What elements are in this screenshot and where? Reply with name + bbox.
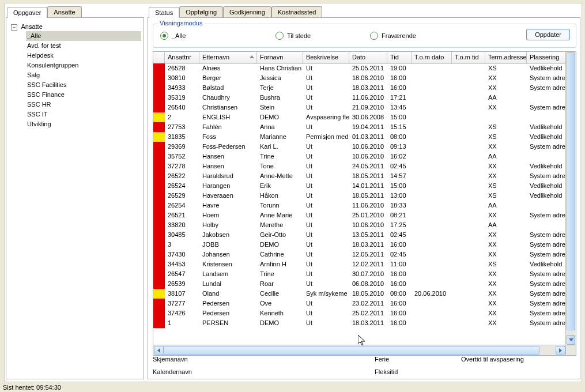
table-row[interactable]: 26524HarangenErikUt14.01.201115:00XSVedl… (153, 181, 566, 191)
table-row[interactable]: 38107OlandCecilieSyk m/sykeme18.05.20100… (153, 289, 566, 299)
column-header[interactable] (153, 52, 165, 63)
radio-alle[interactable]: _Alle (160, 32, 275, 40)
table-row[interactable]: 2ENGLISHDEMOAvspasering fle30.06.200815:… (153, 112, 566, 122)
table-cell: Hansen (199, 152, 257, 161)
tree-item[interactable]: SSC HR (26, 100, 141, 110)
table-row[interactable]: 27753FahlénAnnaUt19.04.201115:15XSVedlik… (153, 122, 566, 132)
table-cell: Vedlikehold (527, 259, 566, 269)
table-cell: System adre (527, 269, 566, 279)
tab-oppgaver[interactable]: Oppgaver (7, 7, 47, 18)
vscroll-down-button[interactable] (567, 335, 575, 345)
vertical-scrollbar[interactable] (565, 52, 576, 345)
table-cell: Permisjon med (303, 132, 349, 142)
table-cell: Ut (303, 191, 349, 201)
column-header[interactable]: T.o.m dato (412, 52, 452, 63)
tab-ansatte[interactable]: Ansatte (47, 6, 81, 17)
table-cell (452, 132, 485, 142)
column-header[interactable]: T.o.m tid (452, 52, 485, 63)
column-header[interactable]: Tid (387, 52, 412, 63)
status-bar: Sist hentet: 09:54:30 (3, 384, 61, 391)
column-header[interactable]: Fornavn (257, 52, 303, 63)
column-header[interactable]: Beskrivelse (303, 52, 349, 63)
table-cell: Kari L. (257, 142, 303, 152)
table-cell: 08:21 (387, 210, 412, 220)
table-cell (452, 269, 485, 279)
column-header[interactable]: Dato (349, 52, 387, 63)
table-cell (153, 259, 165, 269)
table-row[interactable]: 35752HansenTrineUt10.06.201016:02AA (153, 152, 566, 161)
tab-kostnadssted[interactable]: Kostnadssted (271, 6, 323, 17)
table-cell (153, 83, 165, 93)
table-row[interactable]: 34453KristensenArnfinn HUt12.02.201111:0… (153, 259, 566, 269)
tab-oppfolging[interactable]: Oppfølging (179, 6, 223, 17)
table-cell: 16:00 (387, 83, 412, 93)
tab-godkjenning[interactable]: Godkjenning (223, 6, 271, 17)
radio-tilstede[interactable]: Til stede (275, 32, 370, 40)
oppdater-button[interactable]: Oppdater (526, 29, 570, 40)
table-cell: XX (485, 171, 527, 181)
table-cell (153, 279, 165, 289)
tree-item[interactable]: Salg (26, 70, 141, 80)
table-row[interactable]: 26540ChristiansenSteinUt21.09.201013:45X… (153, 103, 566, 112)
tree-item[interactable]: _Alle (26, 31, 141, 41)
table-cell: 18.03.2011 (349, 240, 387, 250)
column-header[interactable]: Term.adresse (485, 52, 527, 63)
table-cell: 16:00 (387, 299, 412, 308)
tree-item[interactable]: Utvikling (26, 119, 141, 129)
table-cell (412, 250, 452, 259)
table-row[interactable]: 26254HavreTorunnUt11.06.201018:33AA (153, 201, 566, 210)
table-cell (452, 210, 485, 220)
hscroll-right-button[interactable] (556, 346, 565, 355)
table-cell: XX (485, 240, 527, 250)
table-row[interactable]: 29369Foss-PedersenKari L.Ut10.06.201009:… (153, 142, 566, 152)
column-header[interactable]: Etternavn (199, 52, 257, 63)
tree-item[interactable]: Avd. for test (26, 41, 141, 51)
table-row[interactable]: 30810BergerJessicaUt18.06.201016:00XXSys… (153, 73, 566, 83)
tab-status[interactable]: Status (149, 7, 179, 18)
tree-root[interactable]: − Ansatte (11, 22, 141, 31)
table-row[interactable]: 3JOBBDEMOUt18.03.201116:00XXSystem adre (153, 240, 566, 250)
vscroll-thumb[interactable] (567, 52, 575, 330)
table-cell: XX (485, 73, 527, 83)
table-row[interactable]: 26539LundalRoarUt06.08.201016:00XXSystem… (153, 279, 566, 289)
table-cell: 13:00 (387, 191, 412, 201)
table-row[interactable]: 1PERSENDEMOUt18.03.201116:00XXSystem adr… (153, 318, 566, 328)
table-row[interactable]: 35319ChaudhryBushraUt11.06.201017:21AA (153, 93, 566, 103)
expander-icon[interactable]: − (11, 24, 17, 31)
fleksitid-label: Fleksitid (375, 368, 398, 375)
column-header[interactable]: Ansattnr (165, 52, 199, 63)
tree-item[interactable]: SSC IT (26, 110, 141, 119)
data-grid: AnsattnrEtternavnFornavnBeskrivelseDatoT… (153, 51, 576, 356)
table-row[interactable]: 34933BølstadTerjeUt18.03.201116:00XXSyst… (153, 83, 566, 93)
table-cell: System adre (527, 279, 566, 289)
table-cell (452, 112, 485, 122)
tree-item[interactable]: SSC Facilities (26, 80, 141, 90)
radio-fravaerende[interactable]: Fraværende (370, 32, 416, 40)
table-cell: DEMO (257, 318, 303, 328)
column-header[interactable]: Plassering (527, 52, 566, 63)
tree-item[interactable]: SSC Finance (26, 90, 141, 100)
table-row[interactable]: 37430JohansenCathrineUt12.05.201102:45XX… (153, 250, 566, 259)
table-row[interactable]: 26521HoemAnne MarieUt25.01.201008:21XXSy… (153, 210, 566, 220)
table-row[interactable]: 31835FossMariannePermisjon med01.03.2011… (153, 132, 566, 142)
horizontal-scrollbar[interactable] (153, 345, 566, 355)
table-cell (153, 220, 165, 230)
tree-item[interactable]: Helpdesk (26, 51, 141, 61)
table-row[interactable]: 33820HolbyMeretheUt10.06.201017:25AA (153, 220, 566, 230)
table-cell: XX (485, 230, 527, 240)
table-row[interactable]: 37277PedersenOveUt23.02.201116:00XXSyste… (153, 299, 566, 308)
table-row[interactable]: 26522HaraldsrudAnne-MetteUt18.05.201114:… (153, 171, 566, 181)
table-row[interactable]: 37278HansenToneUt24.05.201102:45XXVedlik… (153, 161, 566, 171)
table-row[interactable]: 37426PedersenKennethUt25.02.201116:00XXS… (153, 308, 566, 318)
table-cell (412, 93, 452, 103)
table-cell: 17:25 (387, 220, 412, 230)
table-cell: Anne Marie (257, 210, 303, 220)
table-cell: 37277 (165, 299, 199, 308)
table-row[interactable]: 30485JakobsenGeir-OttoUt13.05.201102:45X… (153, 230, 566, 240)
table-cell: 13.05.2011 (349, 230, 387, 240)
table-row[interactable]: 26547LandsemTrineUt30.07.201016:00XXSyst… (153, 269, 566, 279)
table-row[interactable]: 26528AlnæsHans ChristianUt25.05.201119:0… (153, 63, 566, 73)
hscroll-thumb[interactable] (163, 346, 539, 355)
table-row[interactable]: 26529HaveraaenHåkonUt18.05.201113:00XSVe… (153, 191, 566, 201)
tree-item[interactable]: Konsulentgruppen (26, 61, 141, 70)
